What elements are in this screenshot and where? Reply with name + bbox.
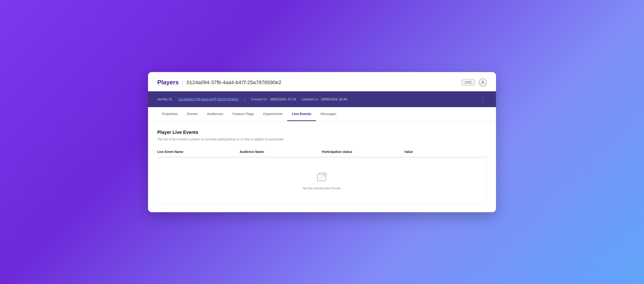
updated-on: Updated on: 24/05/2024, 02:49 xyxy=(301,97,347,101)
empty-state-icon xyxy=(316,171,328,183)
identity-id-value[interactable]: 0124a094-37f6-4aa4-b47f-25a7876590e2 xyxy=(178,97,239,101)
svg-point-0 xyxy=(482,81,484,82)
header: Players | 0124a094-37f6-4aa4-b47f-25a787… xyxy=(148,72,496,91)
tab-messages[interactable]: Messages xyxy=(316,107,341,121)
tab-feature-flags[interactable]: Feature Flags xyxy=(228,107,259,121)
updated-value: 24/05/2024, 02:49 xyxy=(321,97,347,101)
section-title: Player Live Events xyxy=(157,130,487,135)
tab-audiences[interactable]: Audiences xyxy=(202,107,228,121)
updated-label: Updated on: xyxy=(301,97,319,101)
empty-state-text: No live events were found. xyxy=(303,186,341,190)
user-icon[interactable] xyxy=(479,79,487,86)
utc-button[interactable]: UTC xyxy=(462,79,475,86)
identity-bar: Identity ID: 0124a094-37f6-4aa4-b47f-25a… xyxy=(148,91,496,107)
tab-experiments[interactable]: Experiments xyxy=(259,107,287,121)
tab-properties[interactable]: Properties xyxy=(157,107,182,121)
content-area: Player Live Events The list of live even… xyxy=(148,121,496,212)
col-header-audience-name: Audience Name xyxy=(240,150,322,154)
identity-bar-content: Identity ID: 0124a094-37f6-4aa4-b47f-25a… xyxy=(157,97,347,102)
more-options-button[interactable]: ⋮ xyxy=(478,95,487,103)
main-card: Players | 0124a094-37f6-4aa4-b47f-25a787… xyxy=(148,72,496,212)
col-header-participation-status: Participation status xyxy=(322,150,404,154)
tab-events[interactable]: Events xyxy=(182,107,202,121)
created-on: Created on: 26/02/2024, 07:19 xyxy=(251,97,296,101)
tab-live-events[interactable]: Live Events xyxy=(287,107,316,121)
header-right: UTC xyxy=(462,79,487,86)
table-body: No live events were found. xyxy=(157,157,487,204)
identity-id-label: Identity ID: xyxy=(157,97,173,101)
col-header-live-event-name: Live Event Name xyxy=(157,150,240,154)
created-value: 26/02/2024, 07:19 xyxy=(270,97,296,101)
section-description: The list of live events a player is curr… xyxy=(157,137,487,141)
col-header-value: Value xyxy=(404,150,487,154)
player-id: 0124a094-37f6-4aa4-b47f-25a7876590e2 xyxy=(186,79,282,85)
page-title: Players xyxy=(157,79,179,86)
header-divider: | xyxy=(182,79,184,85)
tabs-container: Properties Events Audiences Feature Flag… xyxy=(148,107,496,121)
created-label: Created on: xyxy=(251,97,268,101)
table-header: Live Event Name Audience Name Participat… xyxy=(157,148,487,157)
header-left: Players | 0124a094-37f6-4aa4-b47f-25a787… xyxy=(157,79,282,86)
identity-separator: | xyxy=(244,97,246,102)
